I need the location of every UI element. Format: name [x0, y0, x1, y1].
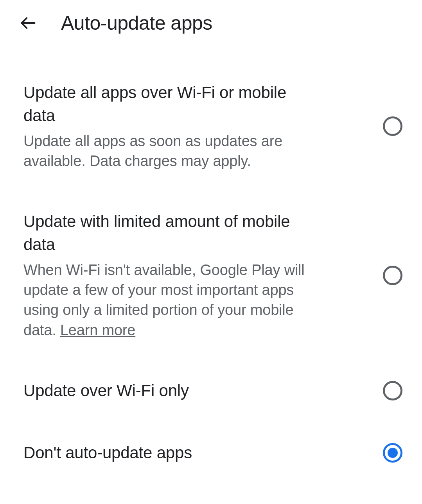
- back-arrow-icon: [20, 14, 37, 32]
- option-title: Update over Wi-Fi only: [23, 379, 305, 402]
- page-title: Auto-update apps: [61, 12, 212, 34]
- learn-more-link[interactable]: Learn more: [60, 322, 135, 338]
- option-text: Don't auto-update apps: [23, 441, 321, 465]
- option-update-all[interactable]: Update all apps over Wi-Fi or mobile dat…: [23, 81, 402, 171]
- option-title: Update all apps over Wi-Fi or mobile dat…: [23, 81, 305, 127]
- option-text: Update with limited amount of mobile dat…: [23, 210, 321, 340]
- header: Auto-update apps: [0, 0, 422, 46]
- radio-button[interactable]: [383, 443, 402, 463]
- option-title: Update with limited amount of mobile dat…: [23, 210, 305, 256]
- back-button[interactable]: [19, 14, 38, 32]
- radio-button[interactable]: [383, 266, 402, 285]
- option-subtitle: Update all apps as soon as updates are a…: [23, 131, 305, 172]
- option-text: Update all apps over Wi-Fi or mobile dat…: [23, 81, 321, 171]
- option-dont-update[interactable]: Don't auto-update apps: [23, 441, 402, 465]
- radio-button[interactable]: [383, 116, 402, 136]
- options-list: Update all apps over Wi-Fi or mobile dat…: [0, 46, 422, 465]
- option-wifi-only[interactable]: Update over Wi-Fi only: [23, 379, 402, 402]
- option-title: Don't auto-update apps: [23, 441, 305, 465]
- option-subtitle: When Wi-Fi isn't available, Google Play …: [23, 260, 305, 340]
- radio-button[interactable]: [383, 381, 402, 400]
- option-text: Update over Wi-Fi only: [23, 379, 321, 402]
- option-update-limited[interactable]: Update with limited amount of mobile dat…: [23, 210, 402, 340]
